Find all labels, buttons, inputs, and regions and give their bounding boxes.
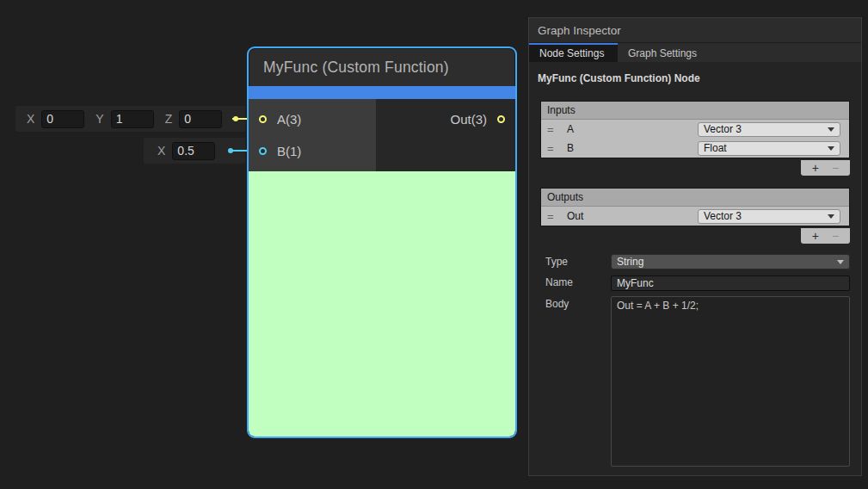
input-ports-column: A(3) B(1) [249,99,376,171]
input-port-b[interactable]: B(1) [249,138,376,164]
axis-label-y: Y [95,112,103,126]
list-item[interactable]: = B Float [541,139,849,158]
shader-graph-canvas[interactable]: X Y Z X MyFunc (Custom Function) A(3) B(… [0,0,868,489]
custom-function-node[interactable]: MyFunc (Custom Function) A(3) B(1) Out(3… [247,46,517,438]
output-name: Out [567,210,583,222]
inputs-list-header: Inputs [541,102,849,120]
dropdown-value: String [617,256,643,268]
name-label: Name [545,275,611,288]
name-field-row: Name [545,275,850,291]
add-icon[interactable]: + [812,230,819,242]
x-value-input[interactable] [41,110,84,128]
chevron-down-icon [837,260,844,264]
port-label-out: Out(3) [450,112,487,127]
output-port-out[interactable]: Out(3) [376,106,515,132]
port-label-a: A(3) [277,112,301,127]
drag-handle-icon[interactable]: = [547,210,559,223]
float-port-icon[interactable] [259,147,267,155]
add-icon[interactable]: + [812,162,819,174]
dropdown-value: Vector 3 [704,123,742,135]
output-type-dropdown[interactable]: Vector 3 [698,209,840,224]
vector3-port-icon[interactable] [259,115,267,123]
tab-node-settings[interactable]: Node Settings [529,43,618,62]
float-default-widget: X [144,138,245,164]
outputs-list-header: Outputs [541,189,849,207]
output-ports-column: Out(3) [376,99,515,171]
body-field-row: Body Out = A + B + 1/2; [545,296,850,470]
input-type-dropdown[interactable]: Vector 3 [698,122,840,137]
x-float-value-input[interactable] [172,142,215,160]
y-value-input[interactable] [111,110,154,128]
inputs-list-rows: = A Vector 3 = B Float [541,120,849,158]
remove-icon[interactable]: − [832,162,839,174]
inputs-list: Inputs = A Vector 3 = B Floa [540,101,850,158]
node-preview[interactable] [249,171,515,436]
node-title[interactable]: MyFunc (Custom Function) [249,48,515,86]
axis-label-x: X [27,112,34,126]
body-label: Body [545,296,611,310]
port-label-b: B(1) [277,144,301,158]
inputs-list-footer: + − [801,160,850,176]
graph-inspector-panel: Graph Inspector Node Settings Graph Sett… [528,17,862,476]
vector3-default-widget: X Y Z [15,106,245,132]
vector3-port-icon[interactable] [497,115,505,123]
input-port-a[interactable]: A(3) [249,106,376,132]
name-field[interactable] [611,275,850,291]
axis-label-z: Z [165,112,173,126]
inspector-body: MyFunc (Custom Function) Node Inputs = A… [529,72,861,470]
drag-handle-icon[interactable]: = [547,123,559,136]
dropdown-value: Vector 3 [704,210,742,222]
chevron-down-icon [828,146,834,151]
type-dropdown[interactable]: String [611,254,850,269]
type-label: Type [545,254,611,268]
chevron-down-icon [828,214,834,219]
inspected-node-name: MyFunc (Custom Function) Node [538,72,853,84]
chevron-down-icon [828,127,834,132]
inspector-title[interactable]: Graph Inspector [529,18,861,43]
inspector-tabbar: Node Settings Graph Settings [529,43,861,62]
input-name: B [567,142,574,154]
input-name: A [567,123,574,135]
input-type-dropdown[interactable]: Float [698,141,840,156]
body-field[interactable]: Out = A + B + 1/2; [611,296,850,467]
outputs-list: Outputs = Out Vector 3 [540,188,850,226]
remove-icon[interactable]: − [832,230,839,242]
type-field-row: Type String [545,254,850,269]
outputs-list-rows: = Out Vector 3 [541,207,849,226]
node-ports-area: A(3) B(1) Out(3) [249,99,515,171]
outputs-list-footer: + − [801,228,850,244]
list-item[interactable]: = A Vector 3 [541,120,849,139]
tab-graph-settings[interactable]: Graph Settings [618,43,707,62]
z-value-input[interactable] [179,110,222,128]
node-accent-bar [249,86,515,99]
drag-handle-icon[interactable]: = [547,142,559,155]
list-item[interactable]: = Out Vector 3 [541,207,849,226]
axis-label-x: X [157,144,165,158]
dropdown-value: Float [704,142,727,154]
